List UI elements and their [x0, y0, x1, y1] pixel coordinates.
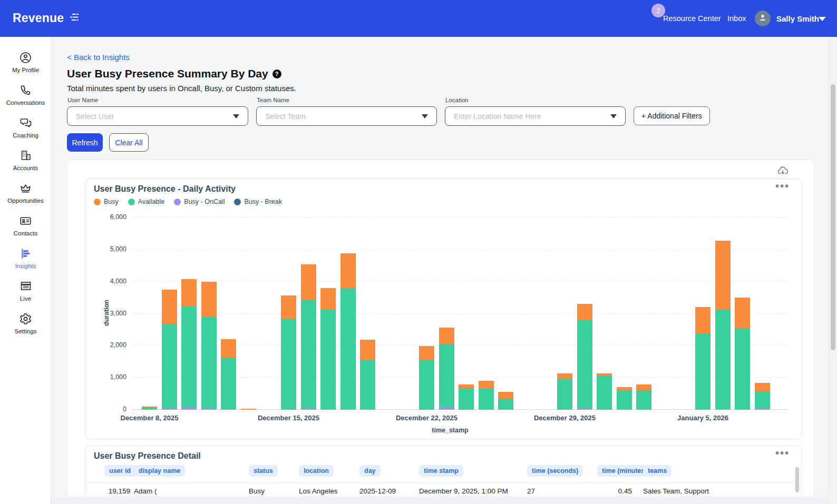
bar-segment-oncall[interactable]	[715, 409, 731, 410]
bar-segment-available[interactable]	[498, 399, 513, 410]
bar-segment-busy[interactable]	[577, 304, 592, 320]
bar-segment-available[interactable]	[557, 379, 572, 409]
stacked-bar[interactable]	[142, 407, 157, 410]
legend-item-oncall[interactable]: Busy - OnCall	[174, 198, 225, 205]
bar-segment-busy[interactable]	[459, 384, 474, 388]
bar-segment-busy[interactable]	[360, 340, 375, 360]
bar-segment-busy[interactable]	[557, 373, 572, 379]
bar-segment-oncall[interactable]	[755, 409, 770, 410]
bar-segment-busy[interactable]	[201, 282, 217, 317]
bar-segment-oncall[interactable]	[201, 409, 217, 410]
stacked-bar[interactable]	[498, 392, 513, 410]
stacked-bar[interactable]	[755, 383, 770, 410]
bar-segment-available[interactable]	[577, 320, 592, 409]
column-header-time-stamp[interactable]: time stamp	[419, 465, 463, 477]
bar-segment-busy[interactable]	[241, 409, 256, 410]
location-input-dropdown[interactable]: Enter Location Name Here	[445, 106, 626, 126]
bar-segment-oncall[interactable]	[439, 408, 454, 410]
sidebar-item-coaching[interactable]: Coaching	[0, 116, 51, 149]
column-header-teams[interactable]: teams	[643, 465, 671, 477]
stacked-bar[interactable]	[201, 282, 217, 410]
sidebar-item-conversations[interactable]: Conversations	[0, 83, 51, 116]
bar-segment-oncall[interactable]	[162, 409, 177, 410]
stacked-bar[interactable]	[557, 373, 572, 410]
bar-segment-busy[interactable]	[419, 346, 434, 360]
bar-segment-oncall[interactable]	[360, 409, 375, 410]
column-header-location[interactable]: location	[299, 465, 334, 477]
table-menu-ellipsis-icon[interactable]: •••	[775, 447, 790, 459]
additional-filters-button[interactable]: + Additional Filters	[634, 106, 710, 125]
help-icon[interactable]: ?	[272, 70, 281, 78]
bar-segment-available[interactable]	[617, 391, 632, 410]
bar-segment-busy[interactable]	[636, 384, 651, 390]
stacked-bar[interactable]	[459, 384, 474, 410]
stacked-bar[interactable]	[439, 328, 454, 410]
bar-segment-busy[interactable]	[340, 253, 356, 289]
bar-segment-available[interactable]	[221, 358, 236, 410]
clear-all-button[interactable]: Clear All	[109, 133, 149, 152]
horizontal-scroll-track[interactable]	[51, 497, 829, 504]
legend-item-available[interactable]: Available	[128, 198, 165, 205]
bar-segment-available[interactable]	[479, 389, 494, 410]
chart-menu-ellipsis-icon[interactable]: •••	[775, 180, 790, 192]
column-header-time-seconds-[interactable]: time (seconds)	[527, 465, 583, 477]
bar-segment-oncall[interactable]	[340, 409, 356, 410]
bar-segment-busy[interactable]	[735, 298, 750, 328]
stacked-bar[interactable]	[419, 346, 434, 410]
bar-segment-available[interactable]	[162, 324, 177, 409]
bar-segment-busy[interactable]	[755, 383, 770, 391]
sidebar-item-my-profile[interactable]: My Profile	[0, 51, 51, 83]
bar-segment-available[interactable]	[597, 376, 612, 410]
bar-segment-available[interactable]	[459, 388, 474, 410]
notification-badge[interactable]: 2	[651, 4, 665, 17]
bar-segment-available[interactable]	[320, 310, 336, 409]
nav-resource-center[interactable]: Resource Center	[663, 14, 721, 23]
bar-segment-available[interactable]	[735, 328, 750, 410]
bar-segment-available[interactable]	[439, 344, 454, 408]
bar-segment-available[interactable]	[636, 390, 651, 410]
stacked-bar[interactable]	[181, 279, 197, 410]
bar-segment-available[interactable]	[340, 288, 356, 409]
stacked-bar[interactable]	[162, 290, 177, 410]
bar-segment-busy[interactable]	[181, 279, 197, 306]
sidebar-item-contacts[interactable]: Contacts	[0, 214, 51, 246]
stacked-bar[interactable]	[636, 384, 651, 410]
bar-segment-busy[interactable]	[695, 307, 711, 333]
cloud-download-icon[interactable]	[777, 165, 789, 178]
bar-segment-available[interactable]	[281, 319, 296, 410]
stacked-bar[interactable]	[340, 253, 356, 410]
bar-segment-oncall[interactable]	[320, 409, 336, 410]
column-header-day[interactable]: day	[359, 465, 381, 477]
column-header-user-id[interactable]: user id	[104, 465, 135, 477]
bar-segment-available[interactable]	[715, 310, 731, 409]
brand-logo[interactable]: Revenue	[13, 11, 81, 26]
user-menu-caret-icon[interactable]	[819, 17, 826, 21]
bar-segment-busy[interactable]	[715, 241, 731, 310]
stacked-bar[interactable]	[221, 339, 236, 410]
bar-segment-available[interactable]	[181, 307, 197, 408]
bar-segment-busy[interactable]	[439, 328, 454, 343]
column-header-display-name[interactable]: display name	[134, 465, 185, 477]
bar-segment-oncall[interactable]	[557, 409, 572, 410]
bar-segment-busy[interactable]	[281, 295, 296, 319]
stacked-bar[interactable]	[715, 241, 731, 410]
sidebar-item-opportunities[interactable]: Opportunities	[0, 181, 51, 214]
user-avatar[interactable]	[755, 11, 771, 26]
sidebar-item-live[interactable]: Live	[0, 279, 51, 312]
sidebar-item-settings[interactable]: Settings	[0, 312, 51, 344]
stacked-bar[interactable]	[281, 295, 296, 410]
bar-segment-busy[interactable]	[162, 290, 177, 324]
back-to-insights-link[interactable]: < Back to Insights	[67, 53, 130, 62]
bar-segment-available[interactable]	[301, 300, 316, 409]
select-user-dropdown[interactable]: Select User	[67, 106, 248, 126]
bar-segment-oncall[interactable]	[301, 409, 316, 410]
bar-segment-available[interactable]	[755, 391, 770, 409]
stacked-bar[interactable]	[241, 409, 256, 410]
select-team-dropdown[interactable]: Select Team	[256, 106, 437, 126]
bar-segment-oncall[interactable]	[181, 408, 197, 410]
page-scrollbar-track[interactable]	[829, 37, 837, 504]
stacked-bar[interactable]	[479, 381, 494, 410]
bar-segment-busy[interactable]	[498, 392, 513, 399]
bar-segment-busy[interactable]	[479, 381, 494, 389]
legend-item-break[interactable]: Busy - Break	[234, 198, 282, 205]
